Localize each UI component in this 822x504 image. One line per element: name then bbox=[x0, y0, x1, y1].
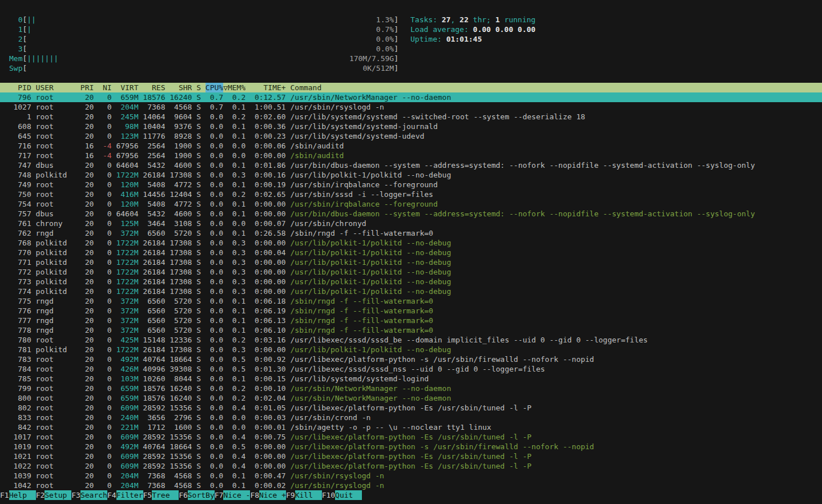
column-header-shr[interactable]: SHR bbox=[170, 83, 192, 92]
process-row[interactable]: 772polkitd2001722M2618417308S0.00.30:00.… bbox=[0, 267, 822, 277]
fnkey-f7-nice[interactable]: F7Nice - bbox=[215, 490, 251, 500]
process-row[interactable]: 747dbus2006460454324600S0.00.10:01.86/us… bbox=[0, 160, 822, 170]
column-header-s[interactable]: S bbox=[196, 83, 201, 92]
process-row[interactable]: 608root20098M104049376S0.00.10:00.36/usr… bbox=[0, 122, 822, 131]
cell-virt: 492M bbox=[116, 442, 138, 451]
cpu2-meter-bars bbox=[27, 34, 376, 44]
process-row[interactable]: 761chrony200125M34643108S0.00.00:00.07/u… bbox=[0, 219, 822, 228]
cell-cpu: 0.0 bbox=[206, 413, 223, 422]
cell-shr: 2796 bbox=[170, 413, 192, 422]
cell-s: S bbox=[196, 354, 201, 364]
process-row[interactable]: 776rngd200372M65605720S0.00.10:06.19/sbi… bbox=[0, 306, 822, 316]
fnkey-f5-tree[interactable]: F5Tree bbox=[143, 490, 179, 500]
process-row[interactable]: 784root200426M4099639308S0.00.50:01.30/u… bbox=[0, 364, 822, 374]
cell-mem: 0.2 bbox=[228, 92, 245, 102]
fnkey-f9-kill[interactable]: F9Kill bbox=[286, 490, 322, 500]
cell-pid: 754 bbox=[0, 199, 31, 209]
process-row[interactable]: 833root200240M36562796S0.00.00:00.03/usr… bbox=[0, 413, 822, 422]
process-row[interactable]: 754root200120M54084772S0.00.10:00.00/usr… bbox=[0, 199, 822, 209]
process-row[interactable]: 802root200609M2859215356S0.00.40:01.05/u… bbox=[0, 403, 822, 413]
cell-shr: 16240 bbox=[170, 384, 192, 393]
cell-s: S bbox=[196, 219, 201, 228]
cell-pri: 20 bbox=[80, 170, 94, 180]
column-header-ni[interactable]: NI bbox=[98, 83, 111, 92]
process-row[interactable]: 771polkitd2001722M2618417308S0.00.30:00.… bbox=[0, 257, 822, 267]
summary-segment: running bbox=[500, 15, 536, 24]
process-row[interactable]: 645root200123M117768928S0.00.10:00.23/us… bbox=[0, 131, 822, 141]
process-row[interactable]: 1019root200492M4076418664S0.00.50:00.00/… bbox=[0, 442, 822, 451]
cell-pri: 20 bbox=[80, 102, 94, 112]
process-row[interactable]: 762rngd200372M65605720S0.00.10:26.58/sbi… bbox=[0, 228, 822, 238]
column-header-user[interactable]: USER bbox=[36, 83, 76, 92]
process-row[interactable]: 785root200103M102608044S0.00.10:00.15/us… bbox=[0, 374, 822, 384]
meter-panel: 0[||1.3%]1[|0.7%]2[0.0%]3[0.0%]Mem[|||||… bbox=[9, 15, 398, 73]
column-header-pri[interactable]: PRI bbox=[80, 83, 94, 92]
column-header-pid[interactable]: PID bbox=[0, 83, 31, 92]
table-body: 796root200659M1857616240S0.70.20:12.57/u… bbox=[0, 92, 822, 490]
cell-pri: 20 bbox=[80, 112, 94, 122]
process-row[interactable]: 783root200492M4076418664S0.00.50:00.92/u… bbox=[0, 354, 822, 364]
column-header-time[interactable]: TIME+ bbox=[250, 83, 286, 92]
process-row[interactable]: 842root200221M17121600S0.00.00:00.01/sbi… bbox=[0, 422, 822, 432]
fnkey-f6-sortby[interactable]: F6SortBy bbox=[179, 490, 215, 500]
process-row[interactable]: 757dbus2006460454324600S0.00.10:00.00/us… bbox=[0, 209, 822, 219]
process-row[interactable]: 781polkitd2001722M2618417308S0.00.30:00.… bbox=[0, 345, 822, 354]
fnkey-f10-quit[interactable]: F10Quit bbox=[322, 490, 362, 500]
process-row[interactable]: 749root200120M54084772S0.00.10:00.19/usr… bbox=[0, 180, 822, 189]
process-row[interactable]: 799root200659M1857616240S0.00.20:00.10/u… bbox=[0, 384, 822, 393]
process-row[interactable]: 777rngd200372M65605720S0.00.10:06.13/sbi… bbox=[0, 316, 822, 325]
cell-s: S bbox=[196, 238, 201, 248]
process-row[interactable]: 800root200659M1857616240S0.00.20:02.04/u… bbox=[0, 393, 822, 403]
column-header-res[interactable]: RES bbox=[143, 83, 165, 92]
fnkey-f3-search[interactable]: F3Search bbox=[71, 490, 107, 500]
cell-s: S bbox=[196, 180, 201, 189]
cell-user: root bbox=[36, 461, 76, 471]
process-table: PIDUSERPRINIVIRTRESSHRSCPU%▽MEM%TIME+Com… bbox=[0, 83, 822, 490]
process-row[interactable]: 775rngd200372M65605720S0.00.10:06.18/sbi… bbox=[0, 296, 822, 306]
cell-cpu: 0.0 bbox=[206, 471, 223, 481]
process-row[interactable]: 1root200245M140649604S0.00.20:02.60/usr/… bbox=[0, 112, 822, 122]
cell-res: 5432 bbox=[143, 160, 165, 170]
column-header-cpu[interactable]: CPU% bbox=[206, 83, 223, 92]
cell-pri: 20 bbox=[80, 422, 94, 432]
cell-cmd: /usr/lib/polkit-1/polkitd --no-debug bbox=[290, 248, 822, 257]
process-row[interactable]: 1042root200204M73684568S0.00.10:00.02/us… bbox=[0, 481, 822, 490]
process-row[interactable]: 750root200416M1445612404S0.00.20:02.65/u… bbox=[0, 189, 822, 199]
process-row[interactable]: 716root16-46795625641900S0.00.00:00.06/s… bbox=[0, 141, 822, 151]
cell-pid: 749 bbox=[0, 180, 31, 189]
cell-time: 0:02.04 bbox=[250, 393, 286, 403]
process-row[interactable]: 773polkitd2001722M2618417308S0.00.30:00.… bbox=[0, 277, 822, 287]
process-row[interactable]: 717root16-46795625641900S0.00.00:00.00/s… bbox=[0, 151, 822, 160]
cell-cmd: /usr/lib/polkit-1/polkitd --no-debug bbox=[290, 170, 822, 180]
fnkey-f2-setup[interactable]: F2Setup bbox=[36, 490, 72, 500]
cell-cmd: /usr/bin/dbus-daemon --system --address=… bbox=[290, 209, 822, 219]
process-row[interactable]: 1027root200204M73684568S0.70.11:00.51/us… bbox=[0, 102, 822, 112]
process-row[interactable]: 768polkitd2001722M2618417308S0.00.30:00.… bbox=[0, 238, 822, 248]
cell-s: S bbox=[196, 335, 201, 345]
cell-cmd: /usr/lib/systemd/systemd --switched-root… bbox=[290, 112, 822, 122]
process-row[interactable]: 796root200659M1857616240S0.70.20:12.57/u… bbox=[0, 92, 822, 102]
process-row[interactable]: 1017root200609M2859215356S0.00.40:00.75/… bbox=[0, 432, 822, 442]
cell-shr: 5720 bbox=[170, 316, 192, 325]
process-row[interactable]: 1022root200609M2859215356S0.00.40:00.00/… bbox=[0, 461, 822, 471]
fnkey-f1-help[interactable]: F1Help bbox=[0, 490, 36, 500]
process-row[interactable]: 774polkitd2001722M2618417308S0.00.30:00.… bbox=[0, 287, 822, 296]
process-row[interactable]: 1039root200204M73684568S0.00.10:00.47/us… bbox=[0, 471, 822, 481]
process-row[interactable]: 748polkitd2001722M2618417308S0.00.30:00.… bbox=[0, 170, 822, 180]
cell-ni: 0 bbox=[98, 364, 111, 374]
cell-time: 0:00.00 bbox=[250, 209, 286, 219]
column-header-mem[interactable]: MEM% bbox=[228, 83, 245, 92]
fnkey-f4-filter[interactable]: F4Filter bbox=[107, 490, 143, 500]
cell-mem: 0.3 bbox=[228, 267, 245, 277]
process-row[interactable]: 780root200425M1514812336S0.00.20:03.16/u… bbox=[0, 335, 822, 345]
process-row[interactable]: 770polkitd2001722M2618417308S0.00.30:00.… bbox=[0, 248, 822, 257]
cell-s: S bbox=[196, 345, 201, 354]
column-header-cmd[interactable]: Command bbox=[290, 83, 822, 92]
fnkey-f8-nice[interactable]: F8Nice + bbox=[250, 490, 286, 500]
column-header-virt[interactable]: VIRT bbox=[116, 83, 138, 92]
cell-s: S bbox=[196, 393, 201, 403]
process-row[interactable]: 1021root200609M2859215356S0.00.40:00.00/… bbox=[0, 451, 822, 461]
cell-cpu: 0.0 bbox=[206, 209, 223, 219]
cell-pri: 20 bbox=[80, 354, 94, 364]
process-row[interactable]: 778rngd200372M65605720S0.00.10:06.10/sbi… bbox=[0, 325, 822, 335]
